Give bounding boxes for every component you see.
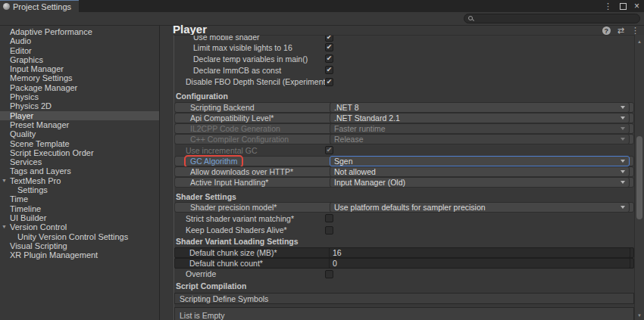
sidebar-item-scene-template[interactable]: Scene Template — [0, 139, 159, 148]
sidebar-item-script-execution-order[interactable]: Script Execution Order — [0, 148, 159, 157]
checkbox-keep-loaded-shaders-alive[interactable] — [325, 226, 333, 235]
listbox-header-scripting-define-symbols[interactable]: Scripting Define Symbols — [174, 293, 634, 304]
sidebar-item-label: Unity Version Control Settings — [17, 232, 128, 241]
setting-control: Input Manager (Old) — [330, 177, 630, 188]
dropdown-allow-downloads-over-http[interactable]: Not allowed — [330, 166, 630, 177]
sidebar-item-label: Player — [10, 111, 33, 120]
setting-label: C++ Compiler Configuration — [179, 135, 330, 144]
close-icon[interactable]: × — [634, 0, 639, 12]
checkbox-disable-fbo-depth-stencil-experimental[interactable]: ✔ — [325, 78, 333, 86]
sidebar-item-label: Editor — [10, 46, 32, 55]
section-script-compilation: Script Compilation — [174, 280, 634, 291]
setting-control: ✔ — [325, 78, 634, 86]
setting-label: Default chunk size (MB)* — [178, 248, 329, 257]
dropdown-value: .NET 8 — [334, 103, 358, 112]
setting-row-c-compiler-configuration: C++ Compiler ConfigurationRelease — [174, 134, 634, 144]
dropdown-gc-algorithm[interactable]: Sgen — [330, 156, 630, 166]
search-field[interactable] — [464, 14, 640, 23]
setting-control: 0 — [329, 258, 630, 269]
setting-label: Declare ImmCB as const — [174, 66, 325, 75]
checkbox-limit-max-visible-lights-to-16[interactable]: ✔ — [325, 43, 333, 51]
scroll-up-icon[interactable]: ▲ — [635, 39, 644, 44]
setting-label: Declare temp variables in main() — [174, 54, 325, 64]
sidebar-item-label: Package Manager — [10, 83, 77, 92]
sidebar-item-input-manager[interactable]: Input Manager — [0, 64, 159, 73]
sidebar-item-label: Memory Settings — [10, 73, 73, 82]
textfield-default-chunk-size-mb[interactable]: 16 — [329, 247, 630, 258]
sidebar-item-settings[interactable]: Settings — [0, 185, 159, 194]
sidebar-item-adaptive-performance[interactable]: Adaptive Performance — [0, 27, 159, 36]
unity-settings-icon — [3, 3, 10, 10]
sidebar-item-label: Physics 2D — [10, 101, 52, 110]
textfield-default-chunk-count[interactable]: 0 — [329, 258, 630, 269]
chevron-down-icon — [621, 127, 625, 130]
sidebar-item-unity-version-control-settings[interactable]: Unity Version Control Settings — [0, 232, 159, 241]
sidebar-item-visual-scripting[interactable]: Visual Scripting — [0, 241, 159, 250]
setting-control: Sgen — [330, 156, 630, 166]
checkbox-strict-shader-variant-matching[interactable] — [325, 214, 333, 222]
window-controls: ⋮ × — [604, 0, 639, 12]
sidebar-list: Adaptive PerformanceAudioEditorGraphicsI… — [0, 27, 159, 259]
sidebar-item-version-control[interactable]: ▼Version Control — [0, 222, 159, 231]
foldout-arrow-icon[interactable]: ▼ — [2, 176, 7, 185]
sidebar-item-label: Visual Scripting — [10, 241, 67, 250]
sidebar-item-package-manager[interactable]: Package Manager — [0, 83, 159, 92]
sidebar-item-physics[interactable]: Physics — [0, 92, 159, 101]
sidebar-item-player[interactable]: Player — [0, 111, 159, 120]
checkbox-override[interactable] — [325, 270, 333, 278]
scroll-down-icon[interactable]: ▼ — [635, 313, 644, 318]
setting-control: ✔ — [325, 146, 634, 154]
checkbox-use-mobile-shader[interactable]: ✔ — [325, 35, 333, 42]
window-menu-icon[interactable]: ⋮ — [604, 0, 612, 12]
setting-control: 16 — [329, 247, 630, 258]
section-label: Shader Variant Loading Settings — [174, 237, 299, 246]
foldout-arrow-icon[interactable]: ▼ — [2, 222, 7, 231]
sidebar-item-graphics[interactable]: Graphics — [0, 55, 159, 64]
checkbox-declare-immcb-as-const[interactable]: ✔ — [325, 66, 333, 74]
sidebar-item-label: XR Plugin Management — [10, 250, 98, 259]
sidebar-item-tags-and-layers[interactable]: Tags and Layers — [0, 166, 159, 176]
toolbar — [0, 12, 644, 26]
setting-row-declare-immcb-as-const: Declare ImmCB as const✔ — [174, 64, 634, 76]
sidebar-item-label: UI Builder — [10, 213, 46, 222]
dropdown-value: Sgen — [334, 157, 353, 166]
sidebar-item-preset-manager[interactable]: Preset Manager — [0, 120, 159, 129]
tab-title: Project Settings — [13, 2, 71, 11]
chevron-down-icon — [621, 206, 625, 209]
dropdown-api-compatibility-level[interactable]: .NET Standard 2.1 — [330, 113, 630, 123]
sidebar-item-xr-plugin-management[interactable]: XR Plugin Management — [0, 250, 159, 259]
more-options-icon[interactable]: ⋮ — [631, 26, 639, 35]
setting-control: .NET Standard 2.1 — [330, 113, 630, 123]
sidebar-item-memory-settings[interactable]: Memory Settings — [0, 73, 159, 82]
maximize-icon[interactable] — [620, 3, 627, 10]
setting-label: Use mobile shader — [174, 35, 325, 42]
sidebar-item-services[interactable]: Services — [0, 157, 159, 166]
dropdown-active-input-handling[interactable]: Input Manager (Old) — [330, 177, 630, 188]
setting-control: Not allowed — [330, 166, 630, 177]
dropdown-scripting-backend[interactable]: .NET 8 — [330, 102, 630, 113]
checkbox-declare-temp-variables-in-main[interactable]: ✔ — [325, 54, 333, 63]
search-input[interactable] — [474, 15, 639, 23]
sidebar-item-physics-2d[interactable]: Physics 2D — [0, 101, 159, 110]
scrollbar-thumb[interactable] — [636, 136, 642, 219]
setting-row-override: Override — [174, 269, 634, 280]
tab-project-settings[interactable]: Project Settings — [0, 0, 79, 12]
setting-label: Override — [174, 269, 325, 278]
section-configuration: Configuration — [174, 91, 634, 102]
setting-label: Keep Loaded Shaders Alive* — [174, 225, 325, 235]
sidebar-item-audio[interactable]: Audio — [0, 36, 159, 45]
sidebar-item-time[interactable]: Time — [0, 194, 159, 203]
setting-label: IL2CPP Code Generation — [179, 124, 330, 133]
vertical-scrollbar[interactable]: ▲ ▼ — [634, 35, 644, 320]
dropdown-value: Use platform defaults for sampler precis… — [334, 203, 486, 212]
sidebar-item-timeline[interactable]: Timeline — [0, 204, 159, 213]
help-icon[interactable]: ? — [602, 26, 611, 35]
sidebar-item-ui-builder[interactable]: UI Builder — [0, 213, 159, 222]
dropdown-shader-precision-model[interactable]: Use platform defaults for sampler precis… — [330, 202, 630, 213]
setting-control: ✔ — [325, 35, 634, 42]
sidebar-item-editor[interactable]: Editor — [0, 46, 159, 55]
sidebar-item-textmesh-pro[interactable]: ▼TextMesh Pro — [0, 176, 159, 185]
setting-label: Allow downloads over HTTP* — [179, 167, 330, 176]
preset-icon[interactable]: ⇄ — [617, 26, 624, 35]
sidebar-item-quality[interactable]: Quality — [0, 129, 159, 138]
